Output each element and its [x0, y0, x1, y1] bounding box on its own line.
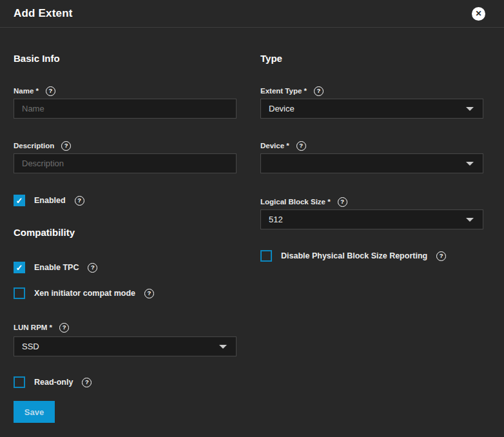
save-button[interactable]: Save — [14, 401, 55, 423]
xen-help-icon[interactable]: ? — [144, 289, 154, 298]
description-label-row: Description ? — [14, 141, 237, 151]
extent-type-label: Extent Type * — [260, 87, 307, 95]
dialog-title: Add Extent — [14, 7, 73, 20]
chevron-down-icon — [466, 162, 474, 166]
enabled-checkbox[interactable]: ✓ — [14, 195, 25, 206]
extent-type-select[interactable]: Device — [260, 99, 483, 119]
description-help-icon[interactable]: ? — [61, 141, 71, 151]
logical-block-size-label-row: Logical Block Size * ? — [260, 197, 483, 207]
name-label: Name * — [14, 87, 39, 95]
extent-type-value: Device — [269, 104, 295, 113]
disable-physical-label: Disable Physical Block Size Reporting — [281, 251, 427, 260]
disable-physical-checkbox[interactable]: ✓ — [260, 250, 272, 262]
disable-physical-help-icon[interactable]: ? — [436, 251, 446, 261]
read-only-label: Read-only — [34, 378, 73, 387]
device-help-icon[interactable]: ? — [296, 141, 306, 151]
description-input[interactable] — [14, 153, 237, 173]
device-select[interactable] — [260, 153, 483, 173]
read-only-checkbox-row: ✓ Read-only ? — [14, 376, 237, 389]
dialog-header: Add Extent ✕ — [0, 0, 504, 28]
enabled-label: Enabled — [34, 196, 66, 205]
description-label: Description — [14, 142, 54, 150]
lun-rpm-label: LUN RPM * — [14, 324, 52, 331]
lun-rpm-value: SSD — [22, 342, 39, 351]
lun-rpm-label-row: LUN RPM * ? — [14, 322, 237, 333]
extent-type-help-icon[interactable]: ? — [314, 86, 324, 96]
read-only-help-icon[interactable]: ? — [82, 378, 92, 387]
chevron-down-icon — [466, 107, 474, 111]
chevron-down-icon — [219, 345, 227, 349]
left-column: Basic Info Name * ? Description ? ✓ Enab… — [14, 28, 237, 423]
basic-info-heading: Basic Info — [14, 53, 237, 64]
type-heading: Type — [260, 53, 483, 64]
close-icon[interactable]: ✕ — [472, 7, 485, 21]
add-extent-dialog: Add Extent ✕ Basic Info Name * ? Descrip… — [0, 0, 504, 437]
xen-checkbox-row: ✓ Xen initiator compat mode ? — [14, 287, 237, 300]
device-label-row: Device * ? — [260, 141, 483, 151]
enabled-help-icon[interactable]: ? — [75, 196, 84, 206]
logical-block-size-label: Logical Block Size * — [260, 198, 331, 206]
name-input[interactable] — [14, 99, 237, 119]
chevron-down-icon — [466, 218, 474, 222]
right-column: Type Extent Type * ? Device Device * ? L… — [260, 28, 483, 262]
enable-tpc-checkbox[interactable]: ✓ — [14, 262, 25, 273]
enable-tpc-checkbox-row: ✓ Enable TPC ? — [14, 261, 237, 274]
dialog-body: Basic Info Name * ? Description ? ✓ Enab… — [0, 28, 504, 423]
lun-rpm-select[interactable]: SSD — [14, 336, 237, 356]
xen-label: Xen initiator compat mode — [34, 289, 135, 298]
enable-tpc-help-icon[interactable]: ? — [88, 263, 97, 273]
name-label-row: Name * ? — [14, 86, 237, 96]
enable-tpc-label: Enable TPC — [34, 263, 79, 272]
enabled-checkbox-row: ✓ Enabled ? — [14, 194, 237, 207]
device-label: Device * — [260, 142, 289, 150]
extent-type-label-row: Extent Type * ? — [260, 86, 483, 96]
compatibility-heading: Compatibility — [14, 227, 237, 238]
disable-physical-checkbox-row: ✓ Disable Physical Block Size Reporting … — [260, 249, 483, 262]
check-icon: ✓ — [16, 264, 23, 272]
logical-block-size-value: 512 — [269, 215, 283, 224]
name-help-icon[interactable]: ? — [46, 86, 55, 96]
lun-rpm-help-icon[interactable]: ? — [59, 323, 69, 333]
logical-block-size-select[interactable]: 512 — [260, 209, 483, 229]
xen-checkbox[interactable]: ✓ — [14, 287, 25, 299]
logical-block-size-help-icon[interactable]: ? — [338, 197, 347, 207]
read-only-checkbox[interactable]: ✓ — [14, 376, 25, 388]
check-icon: ✓ — [16, 197, 23, 205]
